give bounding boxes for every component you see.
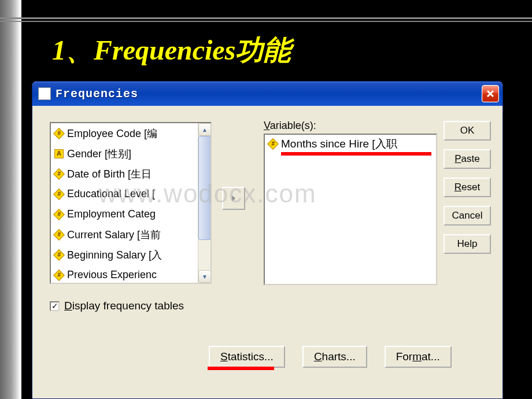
close-button[interactable] — [482, 85, 499, 102]
list-item[interactable]: Current Salary [当前 — [51, 224, 210, 245]
arrow-right-icon — [230, 194, 238, 202]
target-variable-list[interactable]: Months since Hire [入职 — [264, 134, 437, 285]
source-variable-list[interactable]: Employee Code [编 Gender [性别] Date of Bir… — [50, 122, 212, 284]
cancel-button[interactable]: Cancel — [444, 206, 491, 226]
numeric-var-icon — [53, 229, 65, 241]
dialog-body: Employee Code [编 Gender [性别] Date of Bir… — [32, 106, 503, 398]
dialog-title: Frequencies — [56, 87, 138, 101]
var-label: Employee Code [编 — [67, 127, 157, 141]
list-item[interactable]: Beginning Salary [入 — [51, 245, 210, 265]
dialog-titlebar[interactable]: Frequencies — [32, 82, 503, 106]
scrollbar[interactable]: ▲ ▼ — [198, 123, 210, 283]
var-label: Months since Hire [入职 — [281, 136, 397, 152]
numeric-var-icon — [53, 269, 65, 281]
variables-label: Variable(s): — [264, 120, 316, 132]
var-label: Previous Experienc — [67, 269, 157, 281]
list-item[interactable]: Educational Level [ — [51, 184, 210, 204]
numeric-var-icon — [53, 249, 65, 261]
list-item[interactable]: Employee Code [编 — [51, 123, 210, 143]
scroll-thumb[interactable] — [198, 136, 211, 240]
list-item[interactable]: Previous Experienc — [51, 265, 210, 284]
close-icon — [486, 89, 495, 98]
slide-accent — [0, 17, 532, 24]
display-tables-checkbox-row: ✓ Display frequency tables — [50, 300, 184, 312]
list-item[interactable]: Employment Categ — [51, 204, 210, 224]
numeric-var-icon — [53, 209, 65, 220]
list-item[interactable]: Months since Hire [入职 — [265, 135, 436, 153]
scroll-down-button[interactable]: ▼ — [198, 270, 211, 283]
numeric-var-icon — [267, 138, 279, 150]
var-label: Beginning Salary [入 — [67, 248, 162, 262]
reset-button[interactable]: Reset — [444, 178, 491, 197]
var-label: Gender [性别] — [67, 147, 131, 161]
var-label: Current Salary [当前 — [67, 228, 161, 242]
list-item[interactable]: Date of Birth [生日 — [51, 164, 210, 184]
charts-button[interactable]: Charts... — [302, 346, 367, 368]
scroll-up-button[interactable]: ▲ — [198, 123, 211, 136]
ok-button[interactable]: OK — [444, 121, 491, 141]
paste-button[interactable]: Paste — [444, 149, 491, 169]
var-label: Educational Level [ — [67, 188, 155, 200]
frequencies-dialog: Frequencies Employee Code [编 Gender [性别]… — [32, 81, 503, 399]
bottom-buttons: Statistics... Charts... Format... — [209, 346, 452, 368]
numeric-var-icon — [53, 128, 65, 139]
numeric-var-icon — [53, 189, 65, 200]
highlight-underline — [281, 152, 431, 156]
help-button[interactable]: Help — [444, 234, 491, 254]
highlight-underline — [208, 367, 274, 370]
checkbox-label: Display frequency tables — [64, 300, 184, 312]
numeric-var-icon — [53, 168, 65, 180]
slide-title: 1、Frequencies功能 — [52, 32, 291, 69]
string-var-icon — [54, 149, 64, 158]
list-item[interactable]: Gender [性别] — [51, 143, 210, 164]
statistics-button[interactable]: Statistics... — [209, 346, 285, 368]
dialog-icon — [38, 87, 51, 100]
move-variable-button[interactable] — [222, 187, 245, 210]
format-button[interactable]: Format... — [385, 346, 452, 368]
var-label: Employment Categ — [67, 208, 156, 220]
var-label: Date of Birth [生日 — [67, 167, 152, 181]
dialog-buttons: OK Paste Reset Cancel Help — [444, 121, 491, 254]
display-tables-checkbox[interactable]: ✓ — [50, 301, 60, 311]
